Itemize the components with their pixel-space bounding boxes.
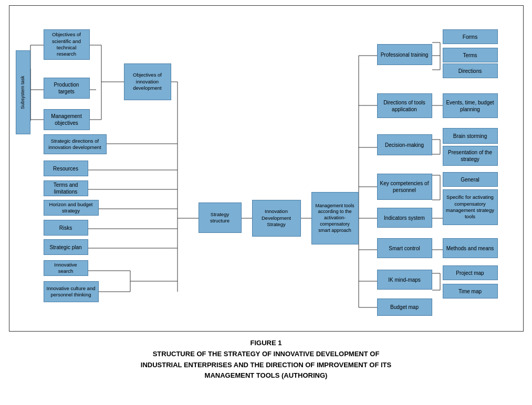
risks-box: Risks bbox=[44, 220, 88, 236]
terms-limitations-box: Terms and limitations bbox=[44, 180, 88, 196]
diagram-wrapper: Subsystem task Objectives of scientific … bbox=[15, 14, 519, 323]
directions-tools-box: Directions of tools application bbox=[377, 93, 432, 118]
subsystem-task-box: Subsystem task bbox=[16, 50, 30, 134]
brain-storming-box: Brain storming bbox=[443, 128, 498, 144]
professional-training-box: Professional training bbox=[377, 44, 432, 65]
obj-innovation-dev-box: Objectives of innovation development bbox=[124, 63, 171, 100]
ik-mind-maps-box: IK mind-maps bbox=[377, 270, 432, 290]
methods-means-box: Methods and means bbox=[443, 238, 498, 258]
key-competencies-box: Key competencies of personnel bbox=[377, 174, 432, 200]
decision-making-box: Decision-making bbox=[377, 134, 432, 155]
innovative-culture-box: Innovative culture and personnel thinkin… bbox=[44, 281, 99, 302]
project-map-box: Project map bbox=[443, 265, 498, 280]
specific-activating-box: Specific for activating compensatory man… bbox=[443, 189, 498, 225]
strategic-directions-box: Strategic directions of innovation devel… bbox=[44, 134, 107, 154]
strategy-structure-box: Strategy structure bbox=[199, 202, 242, 233]
mgmt-tools-box: Management tools according to the activa… bbox=[311, 192, 359, 244]
horizon-budget-box: Horizon and budget strategy bbox=[44, 200, 99, 216]
budget-map-box: Budget map bbox=[377, 299, 432, 316]
obj-sci-tech-box: Objectives of scientific and technical r… bbox=[44, 29, 90, 60]
management-obj-box: Management objectives bbox=[44, 109, 90, 130]
indicators-system-box: Indicators system bbox=[377, 208, 432, 228]
figure-container: Subsystem task Objectives of scientific … bbox=[9, 5, 524, 332]
strategic-plan-box: Strategic plan bbox=[44, 239, 88, 255]
presentation-strategy-box: Presentation of the strategy bbox=[443, 146, 498, 166]
smart-control-box: Smart control bbox=[377, 238, 432, 258]
forms-box: Forms bbox=[443, 29, 498, 44]
innovation-dev-strategy-box: Innovation Development Strategy bbox=[252, 200, 301, 237]
general-box: General bbox=[443, 172, 498, 187]
terms-box: Terms bbox=[443, 48, 498, 62]
resources-box: Resources bbox=[44, 161, 88, 176]
directions-box: Directions bbox=[443, 63, 498, 78]
production-targets-box: Production targets bbox=[44, 78, 90, 99]
figure-caption: FIGURE 1 STRUCTURE OF THE STRATEGY OF IN… bbox=[141, 338, 391, 381]
events-time-budget-box: Events, time, budget planning bbox=[443, 93, 498, 118]
innovative-search-box: Innovative search bbox=[44, 260, 88, 276]
time-map-box: Time map bbox=[443, 284, 498, 299]
